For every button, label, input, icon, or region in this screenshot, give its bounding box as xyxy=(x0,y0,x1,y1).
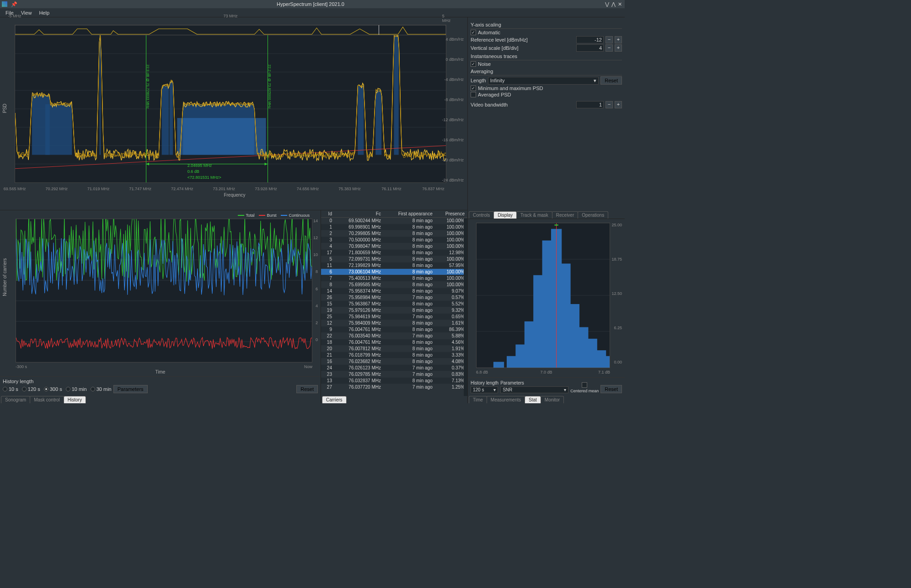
table-row[interactable]: 2675.958984 MHz7 min ago0.57% xyxy=(321,294,467,301)
vbw-minus[interactable]: − xyxy=(606,101,613,108)
stat-xtick-2: 7.1 dB xyxy=(598,370,610,374)
carriers-tabs: Carriers xyxy=(321,396,467,403)
table-row[interactable]: 1771.800659 MHz8 min ago12.98% xyxy=(321,250,467,256)
table-row[interactable]: 2176.018799 MHz8 min ago3.33% xyxy=(321,352,467,358)
psd-ytick: -12 dBm/Hz xyxy=(442,118,464,122)
history-length-option-label: 300 s xyxy=(50,386,62,392)
tab-monitor[interactable]: Monitor xyxy=(541,396,564,403)
noise-checkbox[interactable] xyxy=(471,61,476,67)
table-row[interactable]: 1575.963867 MHz8 min ago5.52% xyxy=(321,301,467,307)
psd-main-plot[interactable]: 22.9 dB @ 71.778033 MHz 22.2 dB @ 73.825… xyxy=(15,35,446,183)
stat-ytick: 12.50 xyxy=(611,291,622,296)
table-row[interactable]: 1475.958374 MHz8 min ago9.07% xyxy=(321,288,467,294)
yaxis-section: Y-axis scaling xyxy=(471,22,622,29)
table-row[interactable]: 875.699585 MHz8 min ago100.00% xyxy=(321,282,467,288)
table-row[interactable]: 976.004761 MHz8 min ago86.39% xyxy=(321,326,467,333)
carriers-scrollbar[interactable] xyxy=(464,219,467,396)
history-length-radio[interactable] xyxy=(66,387,70,391)
avgpsd-checkbox[interactable] xyxy=(471,92,476,97)
automatic-checkbox[interactable] xyxy=(471,30,476,35)
tab-stat[interactable]: Stat xyxy=(525,396,541,403)
tab-carriers[interactable]: Carriers xyxy=(322,396,347,403)
table-row[interactable]: 572.099731 MHz8 min ago100.00% xyxy=(321,256,467,262)
table-row[interactable]: 1376.032837 MHz8 min ago7.13% xyxy=(321,378,467,384)
svg-rect-20 xyxy=(177,118,266,155)
table-row[interactable]: 069.500244 MHz8 min ago100.00% xyxy=(321,218,467,224)
svg-rect-19 xyxy=(394,35,398,155)
history-length-radio[interactable] xyxy=(91,387,95,391)
stat-histogram[interactable] xyxy=(476,223,610,368)
tab-measurements[interactable]: Measurements xyxy=(487,396,525,403)
tab-time[interactable]: Time xyxy=(469,396,487,403)
history-length-radio[interactable] xyxy=(3,387,7,391)
close-icon[interactable]: ✕ xyxy=(616,1,623,7)
minimize-icon[interactable]: ⋁ xyxy=(604,1,610,7)
table-row[interactable]: 775.400513 MHz8 min ago100.00% xyxy=(321,275,467,282)
table-row[interactable]: 470.998047 MHz8 min ago100.00% xyxy=(321,243,467,250)
tab-controls[interactable]: Controls xyxy=(469,211,494,219)
col-fc[interactable]: Fc xyxy=(335,210,384,218)
table-row[interactable]: 673.006104 MHz8 min ago100.00% xyxy=(321,269,467,275)
table-row[interactable]: 270.299805 MHz8 min ago100.00% xyxy=(321,230,467,237)
ref-level-field[interactable]: -12 xyxy=(576,36,604,43)
psd-ytick: -20 dBm/Hz xyxy=(442,158,464,162)
centered-mean-label: Centered mean xyxy=(570,389,599,393)
vscale-plus[interactable]: + xyxy=(615,44,622,52)
col-id[interactable]: Id xyxy=(321,210,335,218)
tab-history[interactable]: History xyxy=(64,396,86,403)
stat-length-combo[interactable]: 120 s▾ xyxy=(471,386,498,393)
tab-mask-control[interactable]: Mask control xyxy=(30,396,64,403)
ref-level-minus[interactable]: − xyxy=(606,36,613,43)
svg-rect-12 xyxy=(45,104,72,155)
col-presence[interactable]: Presence xyxy=(435,210,467,218)
history-length-radio[interactable] xyxy=(44,387,48,391)
table-row[interactable]: 2376.029785 MHz7 min ago0.83% xyxy=(321,371,467,378)
tab-display[interactable]: Display xyxy=(493,211,517,219)
pin-icon[interactable]: 📌 xyxy=(11,1,17,7)
tab-track-mask[interactable]: Track & mask xyxy=(516,211,552,219)
table-row[interactable]: 1876.004761 MHz8 min ago4.56% xyxy=(321,339,467,346)
centered-mean-checkbox[interactable] xyxy=(582,382,587,388)
legend-burst: Burst xyxy=(267,213,276,218)
avg-length-combo[interactable]: Infinity▾ xyxy=(488,77,599,85)
history-plot[interactable] xyxy=(16,219,312,363)
stat-ytick: 0.00 xyxy=(614,360,622,364)
history-parameters-button[interactable]: Parameters xyxy=(113,385,148,393)
stat-reset-button[interactable]: Reset xyxy=(600,385,622,393)
carriers-table[interactable]: Id Fc First appearance Presence 069.5002… xyxy=(321,210,467,396)
stat-params-combo[interactable]: SNR▾ xyxy=(500,386,568,393)
table-row[interactable]: 2076.007812 MHz8 min ago1.91% xyxy=(321,346,467,352)
table-row[interactable]: 2476.026123 MHz7 min ago0.37% xyxy=(321,365,467,371)
history-length-radio[interactable] xyxy=(22,387,27,391)
maximize-icon[interactable]: ⋀ xyxy=(610,1,616,7)
table-row[interactable]: 2276.003540 MHz7 min ago5.88% xyxy=(321,333,467,339)
tab-operations[interactable]: Operations xyxy=(578,211,608,219)
history-xtick-right: Now xyxy=(304,364,312,369)
psd-xtick: 72.474 MHz xyxy=(171,187,193,191)
table-row[interactable]: 2776.037720 MHz7 min ago1.25% xyxy=(321,384,467,390)
table-row[interactable]: 1172.199829 MHz8 min ago57.95% xyxy=(321,262,467,269)
psd-xtick: 73.201 MHz xyxy=(213,187,236,191)
table-row[interactable]: 370.500000 MHz8 min ago100.00% xyxy=(321,237,467,243)
col-first[interactable]: First appearance xyxy=(384,210,435,218)
table-row[interactable]: 2575.984619 MHz7 min ago0.65% xyxy=(321,314,467,320)
table-row[interactable]: 1676.023682 MHz8 min ago4.08% xyxy=(321,358,467,365)
history-reset-button[interactable]: Reset xyxy=(296,385,318,393)
tab-receiver[interactable]: Receiver xyxy=(552,211,578,219)
avg-reset-button[interactable]: Reset xyxy=(600,76,622,85)
vscale-minus[interactable]: − xyxy=(606,44,613,52)
vbw-plus[interactable]: + xyxy=(615,101,622,108)
ref-level-plus[interactable]: + xyxy=(615,36,622,43)
table-row[interactable]: 1275.984009 MHz8 min ago1.61% xyxy=(321,320,467,326)
stat-tabs: Time Measurements Stat Monitor xyxy=(468,396,625,403)
psd-ylabel: PSD xyxy=(2,104,7,113)
tab-sonogram[interactable]: Sonogram xyxy=(1,396,30,403)
table-row[interactable]: 1975.979126 MHz8 min ago9.32% xyxy=(321,307,467,314)
menu-help[interactable]: Help xyxy=(35,9,53,16)
psd-ytick: 0 dBm/Hz xyxy=(445,57,464,62)
stat-params-label: Parameters xyxy=(500,380,568,385)
minmax-checkbox[interactable] xyxy=(471,86,476,91)
vbw-field[interactable]: 1 xyxy=(576,101,604,108)
vscale-field[interactable]: 4 xyxy=(576,44,604,52)
table-row[interactable]: 169.998901 MHz8 min ago100.00% xyxy=(321,224,467,230)
